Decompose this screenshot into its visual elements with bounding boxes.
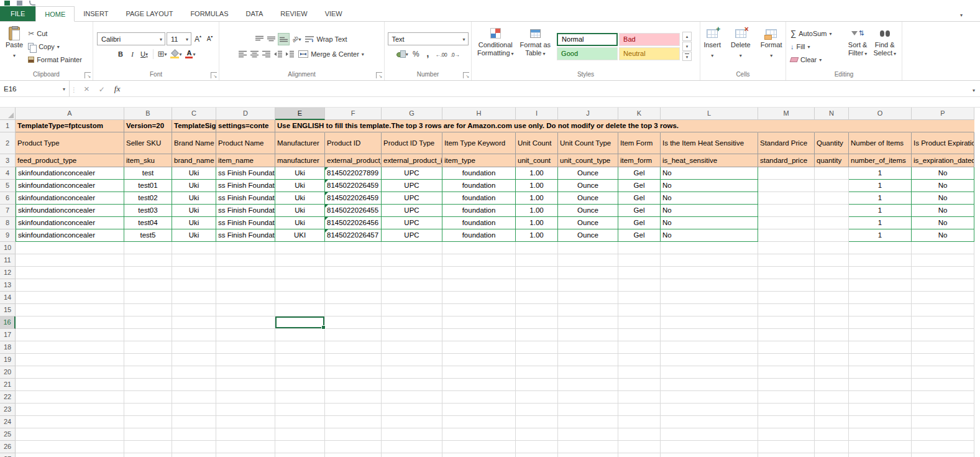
- orientation-button[interactable]: [291, 33, 302, 45]
- cell-E20[interactable]: [275, 366, 325, 379]
- cell-C27[interactable]: [172, 453, 216, 457]
- cell-L10[interactable]: [661, 242, 758, 254]
- cell-P24[interactable]: [912, 416, 974, 428]
- find-select-button[interactable]: Find & Select: [870, 23, 899, 70]
- cell-B16[interactable]: [124, 316, 172, 329]
- cell-B3[interactable]: item_sku: [124, 154, 172, 167]
- cell-L13[interactable]: [661, 279, 758, 292]
- dialog-launcher-icon[interactable]: [376, 72, 382, 78]
- cell-A12[interactable]: [16, 267, 124, 279]
- cell-J21[interactable]: [558, 379, 618, 391]
- cell-B5[interactable]: test01: [124, 180, 172, 192]
- cell-H15[interactable]: [442, 304, 516, 316]
- gallery-down-icon[interactable]: [682, 42, 692, 51]
- cell-J3[interactable]: unit_count_type: [558, 154, 618, 167]
- cell-K10[interactable]: [618, 242, 661, 254]
- cell-P9[interactable]: No: [912, 229, 974, 242]
- cell-K16[interactable]: [618, 316, 661, 329]
- row-header-12[interactable]: 12: [0, 267, 16, 279]
- increase-decimal-button[interactable]: [434, 48, 448, 60]
- column-header-J[interactable]: J: [558, 108, 618, 120]
- cell-E25[interactable]: [275, 428, 325, 441]
- cell-N2[interactable]: Quantity: [815, 132, 849, 154]
- cell-L14[interactable]: [661, 292, 758, 304]
- cell-O7[interactable]: 1: [849, 205, 912, 217]
- cut-button[interactable]: Cut: [26, 27, 84, 40]
- cell-F27[interactable]: [325, 453, 382, 457]
- cell-E19[interactable]: [275, 354, 325, 366]
- wrap-text-button[interactable]: Wrap Text: [303, 33, 349, 45]
- cell-E9[interactable]: UKI: [275, 229, 325, 242]
- cell-G2[interactable]: Product ID Type: [382, 132, 442, 154]
- tab-review[interactable]: REVIEW: [272, 6, 316, 21]
- cell-I12[interactable]: [516, 267, 558, 279]
- cell-G21[interactable]: [382, 379, 442, 391]
- cell-D22[interactable]: [216, 391, 275, 404]
- cell-D16[interactable]: [216, 316, 275, 329]
- cell-J25[interactable]: [558, 428, 618, 441]
- number-format-select[interactable]: Text: [388, 32, 469, 45]
- column-header-C[interactable]: C: [172, 108, 216, 120]
- align-center-button[interactable]: [249, 48, 260, 60]
- cell-M18[interactable]: [758, 341, 815, 354]
- cell-H18[interactable]: [442, 341, 516, 354]
- cell-H25[interactable]: [442, 428, 516, 441]
- fill-button[interactable]: Fill: [789, 40, 845, 53]
- tab-file[interactable]: FILE: [0, 6, 35, 21]
- cell-M20[interactable]: [758, 366, 815, 379]
- borders-button[interactable]: [157, 48, 168, 60]
- autosum-button[interactable]: AutoSum: [789, 27, 845, 40]
- cell-B24[interactable]: [124, 416, 172, 428]
- row-header-13[interactable]: 13: [0, 279, 16, 292]
- cell-J19[interactable]: [558, 354, 618, 366]
- cell-O20[interactable]: [849, 366, 912, 379]
- cell-L11[interactable]: [661, 254, 758, 267]
- cell-style-bad[interactable]: Bad: [619, 33, 680, 46]
- cell-C1[interactable]: TemplateSig: [172, 120, 216, 132]
- cell-E18[interactable]: [275, 341, 325, 354]
- cell-F17[interactable]: [325, 329, 382, 341]
- cell-L24[interactable]: [661, 416, 758, 428]
- column-header-I[interactable]: I: [516, 108, 558, 120]
- cell-F18[interactable]: [325, 341, 382, 354]
- cell-E4[interactable]: Uki: [275, 167, 325, 180]
- cell-N13[interactable]: [815, 279, 849, 292]
- cell-L17[interactable]: [661, 329, 758, 341]
- cell-N10[interactable]: [815, 242, 849, 254]
- cell-P13[interactable]: [912, 279, 974, 292]
- cell-A20[interactable]: [16, 366, 124, 379]
- name-box[interactable]: E16: [0, 81, 70, 96]
- cell-K13[interactable]: [618, 279, 661, 292]
- cell-B18[interactable]: [124, 341, 172, 354]
- cell-P23[interactable]: [912, 404, 974, 416]
- increase-indent-button[interactable]: [285, 48, 295, 60]
- cell-H7[interactable]: foundation: [442, 205, 516, 217]
- cell-C13[interactable]: [172, 279, 216, 292]
- cell-M9[interactable]: [758, 229, 815, 242]
- cell-O25[interactable]: [849, 428, 912, 441]
- cell-A27[interactable]: [16, 453, 124, 457]
- cell-F26[interactable]: [325, 441, 382, 453]
- cell-G9[interactable]: UPC: [382, 229, 442, 242]
- cell-I18[interactable]: [516, 341, 558, 354]
- cell-G8[interactable]: UPC: [382, 217, 442, 229]
- cell-A14[interactable]: [16, 292, 124, 304]
- cell-I22[interactable]: [516, 391, 558, 404]
- cell-J22[interactable]: [558, 391, 618, 404]
- cell-N20[interactable]: [815, 366, 849, 379]
- cell-J17[interactable]: [558, 329, 618, 341]
- cell-N17[interactable]: [815, 329, 849, 341]
- cell-C3[interactable]: brand_name: [172, 154, 216, 167]
- cell-K24[interactable]: [618, 416, 661, 428]
- cell-K27[interactable]: [618, 453, 661, 457]
- cell-F23[interactable]: [325, 404, 382, 416]
- cell-N7[interactable]: [815, 205, 849, 217]
- cell-P11[interactable]: [912, 254, 974, 267]
- column-header-N[interactable]: N: [815, 108, 849, 120]
- cell-F19[interactable]: [325, 354, 382, 366]
- cell-I14[interactable]: [516, 292, 558, 304]
- cell-J14[interactable]: [558, 292, 618, 304]
- cell-D17[interactable]: [216, 329, 275, 341]
- cell-D10[interactable]: [216, 242, 275, 254]
- cell-B20[interactable]: [124, 366, 172, 379]
